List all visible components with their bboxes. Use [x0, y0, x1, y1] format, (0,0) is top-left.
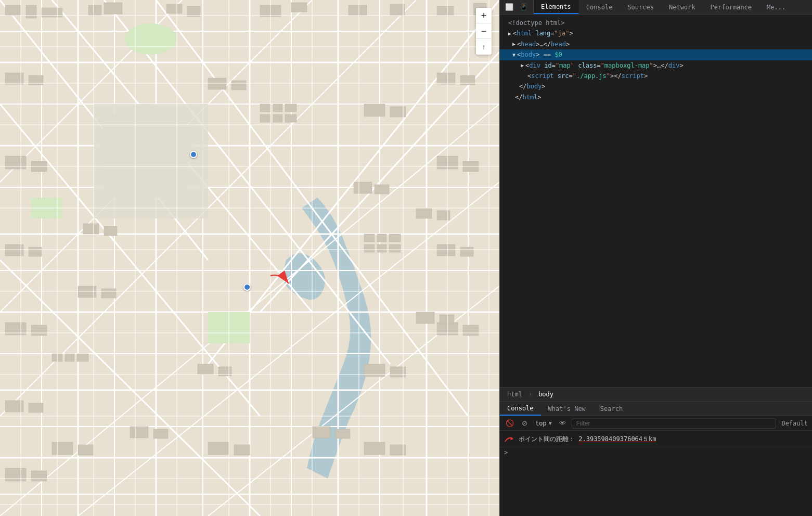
triangle-icon[interactable]: ▶ — [508, 29, 511, 38]
svg-rect-119 — [65, 354, 74, 362]
svg-rect-49 — [104, 3, 122, 14]
map-marker-2[interactable] — [243, 283, 251, 291]
html-head-line[interactable]: ▶ <head>…</head> — [500, 39, 812, 49]
tab-network[interactable]: Network — [662, 0, 703, 14]
map-marker-1[interactable] — [190, 151, 197, 158]
svg-rect-102 — [312, 427, 330, 438]
svg-rect-65 — [31, 325, 47, 336]
map-svg — [0, 0, 499, 516]
svg-rect-99 — [153, 429, 168, 438]
devtools-panel: ⬜ 📱 Elements Console Sources Network Per… — [499, 0, 812, 516]
zoom-out-button[interactable]: − — [476, 23, 492, 39]
svg-rect-55 — [390, 4, 405, 16]
prompt-chevron-icon: > — [504, 449, 508, 456]
svg-rect-41 — [104, 114, 187, 198]
distance-value-underlined: 2.393598409376064５km — [578, 435, 656, 443]
svg-rect-116 — [377, 244, 386, 252]
console-prompt-line[interactable]: > — [500, 447, 812, 458]
svg-rect-51 — [187, 6, 200, 17]
console-filter-input[interactable] — [572, 418, 777, 429]
svg-rect-85 — [375, 185, 389, 194]
svg-rect-95 — [440, 315, 454, 324]
device-icon-button[interactable]: 📱 — [518, 1, 530, 14]
svg-rect-113 — [377, 234, 386, 242]
svg-rect-89 — [101, 289, 116, 298]
svg-rect-81 — [231, 81, 246, 90]
console-tab-bar: Console What's New Search — [500, 402, 812, 416]
compass-button[interactable]: ↑ — [476, 39, 492, 55]
html-script-line[interactable]: <script src="./app.js"></script> — [500, 71, 812, 81]
console-eye-button[interactable]: 👁 — [557, 418, 569, 429]
svg-rect-48 — [88, 5, 101, 16]
svg-rect-97 — [78, 445, 94, 455]
console-output-distance: ポイント間の距離： 2.393598409376064５km — [500, 433, 812, 447]
breadcrumb-bar: html › body — [500, 387, 812, 402]
svg-rect-77 — [463, 325, 479, 336]
elements-panel: <!doctype html> ▶ <html lang="ja"> ▶ <he… — [500, 15, 812, 387]
svg-rect-110 — [273, 114, 282, 122]
triangle-icon[interactable]: ▼ — [512, 50, 515, 59]
html-body-line[interactable]: ▼ <body> == $0 — [500, 49, 812, 60]
console-input[interactable] — [512, 449, 808, 456]
devtools-tab-bar: ⬜ 📱 Elements Console Sources Network Per… — [500, 0, 812, 15]
svg-rect-120 — [77, 354, 88, 362]
console-default-label: Default — [781, 420, 808, 427]
triangle-icon[interactable]: ▶ — [521, 61, 524, 70]
svg-marker-147 — [510, 437, 513, 440]
svg-rect-103 — [336, 429, 350, 438]
svg-rect-111 — [285, 114, 297, 122]
html-body-close-line[interactable]: </body> — [500, 81, 812, 92]
tab-console[interactable]: Console — [579, 0, 621, 14]
console-filter-button[interactable]: ⊘ — [519, 418, 530, 429]
breadcrumb-body[interactable]: body — [536, 390, 556, 399]
svg-rect-86 — [416, 208, 432, 218]
tab-performance[interactable]: Performance — [703, 0, 759, 14]
html-html-line[interactable]: ▶ <html lang="ja"> — [500, 28, 812, 38]
svg-rect-56 — [437, 6, 454, 16]
zoom-in-button[interactable]: + — [476, 8, 492, 23]
svg-rect-50 — [166, 4, 182, 14]
svg-rect-53 — [291, 3, 307, 12]
triangle-icon[interactable]: ▶ — [512, 40, 515, 48]
map-controls: + − ↑ — [476, 8, 492, 55]
svg-rect-104 — [364, 442, 385, 455]
svg-rect-107 — [273, 104, 282, 112]
svg-rect-79 — [104, 226, 117, 236]
svg-rect-87 — [437, 211, 450, 220]
svg-rect-117 — [389, 244, 401, 252]
console-toolbar: 🚫 ⊘ top ▼ 👁 Default — [500, 416, 812, 431]
console-tab-search[interactable]: Search — [593, 402, 630, 416]
svg-rect-90 — [198, 364, 213, 375]
red-arrow-indicator — [265, 270, 297, 293]
svg-rect-74 — [437, 244, 455, 256]
svg-rect-112 — [364, 234, 375, 242]
html-div-map-line[interactable]: ▶ <div id="map" class="mapboxgl-map">…</… — [500, 60, 812, 71]
svg-point-42 — [125, 23, 177, 55]
svg-rect-54 — [349, 5, 367, 16]
svg-rect-68 — [5, 468, 26, 481]
svg-rect-46 — [26, 5, 36, 18]
console-clear-button[interactable]: 🚫 — [504, 418, 515, 429]
svg-rect-69 — [31, 471, 47, 481]
svg-rect-80 — [208, 78, 226, 89]
html-html-close-line[interactable]: </html> — [500, 92, 812, 102]
svg-rect-101 — [234, 445, 250, 455]
console-output-arrow — [504, 434, 514, 445]
svg-rect-115 — [364, 244, 375, 252]
svg-rect-108 — [285, 104, 297, 112]
breadcrumb-html[interactable]: html — [505, 390, 524, 399]
svg-rect-114 — [389, 234, 401, 242]
tab-sources[interactable]: Sources — [620, 0, 662, 14]
tab-elements[interactable]: Elements — [534, 0, 579, 14]
inspect-icon-button[interactable]: ⬜ — [503, 1, 515, 14]
svg-rect-109 — [260, 114, 270, 122]
html-doctype-line[interactable]: <!doctype html> — [500, 18, 812, 28]
svg-rect-106 — [260, 104, 270, 112]
tab-more[interactable]: Me... — [759, 0, 793, 14]
console-tab-console[interactable]: Console — [500, 402, 541, 416]
svg-rect-63 — [29, 247, 42, 256]
svg-rect-96 — [52, 442, 73, 455]
map-area: + − ↑ — [0, 0, 499, 516]
console-content: ポイント間の距離： 2.393598409376064５km > — [500, 431, 812, 516]
console-tab-whatsnew[interactable]: What's New — [541, 402, 593, 416]
